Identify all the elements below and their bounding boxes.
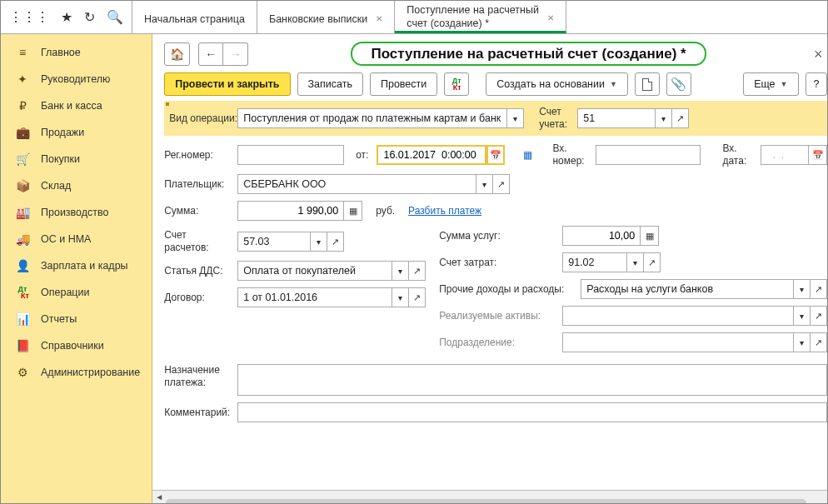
cart-icon: 🛒 [16,152,29,166]
tab-label: Начальная страница [144,13,245,25]
payer-input[interactable] [238,175,476,193]
other-income-input[interactable] [581,280,793,298]
dropdown-icon[interactable]: ▾ [392,262,408,280]
open-icon[interactable]: ↗ [810,307,826,325]
favorite-icon[interactable]: ★ [61,9,72,25]
department-input[interactable] [563,333,793,352]
sidebar-item-operations[interactable]: ДтКтОперации [1,279,152,306]
document-icon [642,78,652,91]
print-button[interactable] [635,72,660,96]
open-icon[interactable]: ↗ [408,288,425,307]
dropdown-icon[interactable]: ▾ [310,232,327,251]
account-input[interactable] [578,109,655,127]
open-icon[interactable]: ↗ [327,232,343,251]
other-income-label: Прочие доходы и расходы: [439,283,581,295]
dds-input[interactable] [238,262,392,280]
in-date-label: Вх. дата: [722,142,756,167]
nav-sidebar: ≡Главное ✦Руководителю ₽Банк и касса 💼Пр… [1,34,152,503]
scroll-thumb[interactable] [166,499,806,505]
scroll-left-icon[interactable]: ◄ [152,491,166,504]
sidebar-item-manager[interactable]: ✦Руководителю [1,66,152,92]
from-label: от: [356,149,368,161]
services-sum-input[interactable] [562,226,641,246]
create-based-button[interactable]: Создать на основании▼ [486,72,628,96]
sidebar-item-label: Склад [41,180,71,192]
dropdown-icon[interactable]: ▾ [392,288,408,307]
sidebar-item-label: Администрирование [41,367,140,378]
settlement-account-input[interactable] [238,232,310,251]
calendar-icon[interactable]: 📅 [809,145,827,165]
purpose-label: Назначение платежа: [164,364,232,389]
dtkt-button[interactable]: ДтКт [444,72,469,96]
post-button[interactable]: Провести [370,72,437,96]
dropdown-icon[interactable]: ▾ [793,307,810,325]
sidebar-item-main[interactable]: ≡Главное [1,39,152,66]
chevron-down-icon: ▼ [781,80,788,88]
calculator-icon[interactable]: ▦ [344,201,362,221]
sidebar-item-catalogs[interactable]: 📕Справочники [1,332,152,359]
contract-input[interactable] [238,288,392,307]
in-date-input[interactable] [761,145,809,165]
open-icon[interactable]: ↗ [492,175,509,193]
sidebar-item-warehouse[interactable]: 📦Склад [1,172,152,199]
link-doc-icon[interactable]: ▦ [523,149,532,161]
sidebar-item-production[interactable]: 🏭Производство [1,199,152,226]
split-payment-link[interactable]: Разбить платеж [408,205,481,217]
sidebar-item-bank[interactable]: ₽Банк и касса [1,92,152,119]
dropdown-icon[interactable]: ▾ [476,175,492,193]
sidebar-item-sales[interactable]: 💼Продажи [1,119,152,146]
app-menu-icon[interactable]: ⋮⋮⋮ [9,9,49,25]
open-icon[interactable]: ↗ [810,333,826,352]
comment-input[interactable] [237,402,827,422]
horizontal-scrollbar[interactable]: ◄ ► [152,490,828,503]
calculator-icon[interactable]: ▦ [641,226,659,246]
sidebar-item-reports[interactable]: 📊Отчеты [1,306,152,332]
dropdown-icon[interactable]: ▾ [793,280,810,298]
open-icon[interactable]: ↗ [643,253,660,272]
modified-marker-icon [166,102,169,106]
close-icon[interactable]: ✕ [547,13,554,22]
tab-incoming-payment[interactable]: Поступление на расчетный счет (создание)… [395,1,566,33]
reg-date-input[interactable] [377,145,486,165]
search-icon[interactable]: 🔍 [107,9,123,25]
dropdown-icon[interactable]: ▾ [655,109,671,127]
back-button[interactable]: ← [198,42,223,66]
sold-assets-input[interactable] [563,307,793,325]
sidebar-item-admin[interactable]: ⚙Администрирование [1,359,152,386]
purpose-textarea[interactable] [237,364,827,396]
save-button[interactable]: Записать [297,72,363,96]
paperclip-icon: 📎 [671,77,686,92]
attachments-button[interactable]: 📎 [666,72,691,96]
sidebar-item-payroll[interactable]: 👤Зарплата и кадры [1,252,152,279]
open-icon[interactable]: ↗ [671,109,688,127]
sidebar-item-label: Продажи [41,127,84,138]
dropdown-icon[interactable]: ▾ [506,109,523,127]
reg-number-input[interactable] [237,145,344,165]
more-button[interactable]: Еще▼ [743,72,798,96]
book-icon: 📕 [16,339,29,352]
factory-icon: 🏭 [16,206,29,219]
cost-account-input[interactable] [563,253,626,272]
home-button[interactable]: 🏠 [164,42,190,66]
sidebar-item-assets[interactable]: 🚚ОС и НМА [1,226,152,252]
comment-label: Комментарий: [164,407,232,418]
open-icon[interactable]: ↗ [810,280,826,298]
tab-bank-statements[interactable]: Банковские выписки ✕ [257,1,395,33]
sum-input[interactable] [237,201,344,221]
sidebar-item-purchases[interactable]: 🛒Покупки [1,146,152,172]
post-and-close-button[interactable]: Провести и закрыть [164,72,290,96]
dropdown-icon[interactable]: ▾ [793,333,810,352]
operation-type-input[interactable] [238,109,506,127]
truck-icon: 🚚 [16,232,29,246]
close-icon[interactable]: × [809,46,828,63]
forward-button[interactable]: → [223,42,248,66]
calendar-icon[interactable]: 📅 [486,145,505,165]
help-button[interactable]: ? [806,72,828,96]
dropdown-icon[interactable]: ▾ [626,253,643,272]
history-icon[interactable]: ↻ [84,9,95,25]
tab-start-page[interactable]: Начальная страница [132,1,257,33]
open-icon[interactable]: ↗ [408,262,425,280]
in-number-input[interactable] [596,145,701,165]
close-icon[interactable]: ✕ [376,14,382,23]
sold-assets-label: Реализуемые активы: [439,310,562,322]
